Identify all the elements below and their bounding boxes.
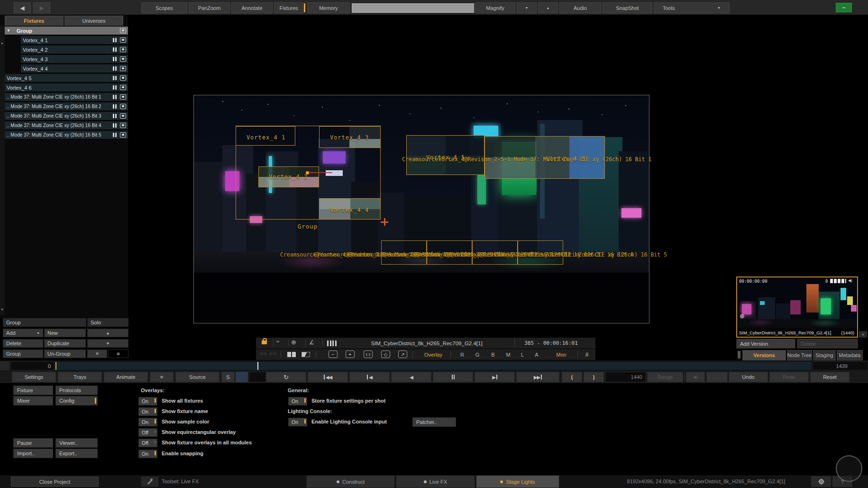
toggle-store-settings-per-shot[interactable]: On <box>288 397 307 405</box>
monitor-icon[interactable] <box>120 56 126 62</box>
solo-button[interactable]: Solo <box>87 318 128 327</box>
tab-universes-list[interactable]: Universes <box>64 16 123 26</box>
toggle-overlays-all-modules[interactable]: Off <box>138 439 157 447</box>
globe-icon[interactable]: ⊕ <box>291 339 296 346</box>
list-menu-button[interactable]: = <box>108 350 128 358</box>
magnify-button[interactable]: Magnify <box>475 2 515 13</box>
stereo-icon[interactable]: ●● <box>276 339 278 344</box>
move-up-button[interactable]: ▲ <box>87 329 128 337</box>
zoom-1to1-button[interactable]: 1:1 <box>364 350 373 358</box>
protocols-button[interactable]: Protocols <box>55 386 98 395</box>
grid-toggle[interactable]: # <box>582 349 592 360</box>
columns-icon[interactable] <box>111 123 118 128</box>
columns-icon[interactable] <box>111 85 118 90</box>
loop-button[interactable]: ↻ <box>266 372 306 382</box>
columns-icon[interactable] <box>111 104 118 109</box>
step-forward-button[interactable]: ▶ <box>475 372 515 382</box>
channel-g-button[interactable]: G <box>473 349 482 360</box>
zoom-in-button[interactable]: + <box>346 350 355 358</box>
mode-row[interactable]: .. Mode 37: Multi Zone CIE xy (26ch) 16 … <box>5 121 128 130</box>
overlay-toggle[interactable]: Overlay <box>419 349 448 360</box>
columns-icon[interactable] <box>111 47 118 52</box>
fixture-settings-button[interactable]: Fixture <box>13 386 53 395</box>
config-button[interactable]: Config <box>55 396 98 405</box>
scroll-down-icon[interactable]: ▼ <box>0 308 4 311</box>
memory-meter[interactable] <box>352 3 474 13</box>
timeline-corner-button[interactable] <box>0 361 9 370</box>
link-icon[interactable]: ⊂⊃ <box>260 351 267 356</box>
minimize-button[interactable]: − <box>836 3 852 12</box>
mode-row[interactable]: .. Mode 37: Multi Zone CIE xy (26ch) 16 … <box>5 112 128 120</box>
animate-button[interactable]: Animate <box>104 372 148 382</box>
snapshot-button[interactable]: SnapShot <box>603 2 652 13</box>
mode-tab-stage-lights[interactable]: Stage Lights <box>476 475 559 488</box>
pause-output-button[interactable]: Pause <box>13 438 53 448</box>
spare-button[interactable] <box>706 372 728 382</box>
panel-scrollbar-handle[interactable] <box>738 351 740 359</box>
reset-button[interactable]: Reset <box>810 372 850 382</box>
monitor-icon[interactable] <box>120 123 126 128</box>
ungroup-button[interactable]: Un-Group <box>44 350 86 358</box>
mark-in-button[interactable]: ( <box>562 372 582 382</box>
fixture-row[interactable]: Vortex_4 4 <box>21 64 128 73</box>
group-button[interactable]: Group <box>3 350 43 358</box>
add-dropdown[interactable]: Add▼ <box>3 329 43 337</box>
monitor-icon[interactable] <box>120 85 126 90</box>
tab-staging[interactable]: Staging <box>813 350 836 360</box>
channel-r-button[interactable]: R <box>457 349 467 360</box>
monitor-icon[interactable] <box>120 94 126 100</box>
list-scroll-gutter[interactable]: ▲ ▼ <box>0 26 5 315</box>
source-button[interactable]: Source <box>175 372 219 382</box>
close-project-button[interactable]: Close Project <box>11 477 99 487</box>
nav-back-button[interactable]: ◀ <box>14 2 31 13</box>
mode-row[interactable]: .. Mode 37: Multi Zone CIE xy (26ch) 16 … <box>5 93 128 101</box>
go-to-end-button[interactable]: ▶▶ <box>516 372 559 382</box>
magnify-up-button[interactable]: ▲ <box>538 2 558 13</box>
monitor-icon[interactable] <box>120 66 126 71</box>
timeline-end-field[interactable]: 1439 <box>813 361 868 370</box>
curve-menu-button[interactable]: = <box>150 372 174 382</box>
new-button[interactable]: New <box>44 329 86 337</box>
columns-icon[interactable] <box>327 341 337 346</box>
columns-icon[interactable] <box>111 75 118 81</box>
annotate-pen-icon[interactable]: ∠ <box>309 339 314 346</box>
solo-toggle-button[interactable]: S <box>221 372 235 382</box>
audio-button[interactable]: Audio <box>559 2 601 13</box>
toggle-enable-snapping[interactable]: On <box>138 450 157 458</box>
fixture-row[interactable]: Vortex_4 3 <box>21 55 128 64</box>
patcher-button[interactable]: Patcher.. <box>412 417 456 427</box>
viewer-button[interactable]: Viewer.. <box>55 438 98 448</box>
tab-versions[interactable]: Versions <box>742 350 786 360</box>
timeline-track[interactable] <box>55 361 812 370</box>
mon-toggle[interactable]: Mon <box>552 349 571 360</box>
magnify-down-button[interactable]: ▼ <box>517 2 537 13</box>
toggle-show-sample-color[interactable]: On <box>138 418 157 426</box>
monitor-icon[interactable] <box>120 28 126 33</box>
toggle-equirectangular-overlay[interactable]: Off <box>138 428 157 437</box>
audio-mute-button[interactable]: ◀) <box>686 372 705 382</box>
version-scroll-down-button[interactable]: ▼ <box>859 331 867 338</box>
channel-a-button[interactable]: A <box>532 349 541 360</box>
tab-annotate[interactable]: Annotate <box>231 2 273 13</box>
toggle-show-fixture-name[interactable]: On <box>138 407 157 416</box>
toggle-show-all-fixtures[interactable]: On <box>138 397 157 405</box>
channel-b-button[interactable]: B <box>488 349 498 360</box>
redo-button[interactable]: Redo <box>769 372 809 382</box>
timeline-start-field[interactable]: 0 <box>10 361 54 370</box>
zoom-out-button[interactable]: − <box>329 350 338 358</box>
version-thumbnail[interactable]: 00:00:00:00 0 ◀) ⊕ SIM_CyberDistrict_8k_… <box>736 276 858 338</box>
prev-shot-button[interactable]: ◀ <box>349 372 390 382</box>
fixture-row[interactable]: Vortex_4 1 <box>21 36 128 45</box>
monitor-icon[interactable] <box>120 75 126 81</box>
unlink-icon[interactable]: ⊂⊃ <box>269 351 276 356</box>
tab-panzoom[interactable]: PanZoom <box>189 2 230 13</box>
add-version-button[interactable]: Add Version <box>736 339 795 349</box>
settings-gear-button[interactable] <box>811 476 831 487</box>
close-button[interactable]: × <box>87 350 107 358</box>
columns-icon[interactable] <box>111 56 118 62</box>
settings-button[interactable]: Settings <box>12 372 56 382</box>
pan-view-button[interactable]: ↗ <box>398 350 407 358</box>
tab-metadata[interactable]: Metadata <box>837 350 863 360</box>
mode-row[interactable]: .. Mode 37: Multi Zone CIE xy (26ch) 16 … <box>5 131 128 139</box>
monitor-icon[interactable] <box>120 132 126 138</box>
